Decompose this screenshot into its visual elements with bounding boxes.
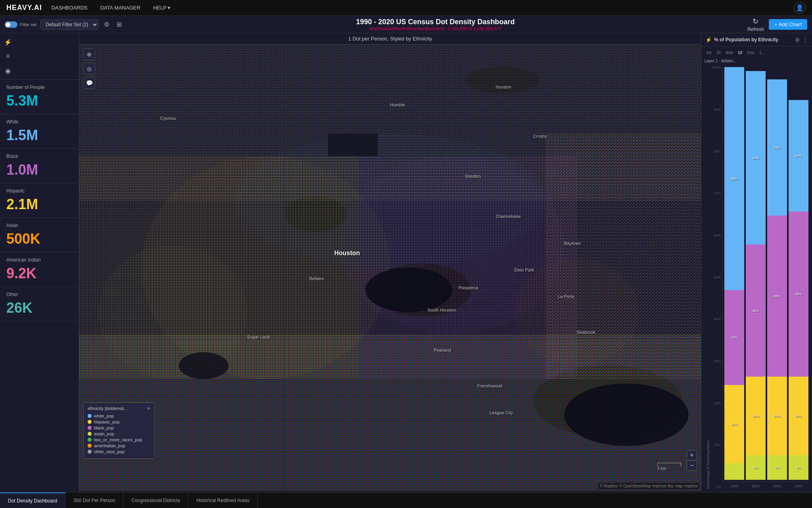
svg-point-31 — [515, 259, 639, 366]
lasso-btn[interactable]: ◎ — [83, 63, 95, 75]
bar-segment: 54% — [724, 67, 744, 290]
map-zoom-controls: + − — [687, 450, 697, 471]
tab-dot-density-dashboard[interactable]: Dot Density Dashboard — [0, 493, 65, 508]
legend-title: ethnicity [dotdensit... — [88, 406, 127, 411]
chart-body: 1m 1h dow 1d 1mo 1... Layer 1 · dotden..… — [701, 46, 812, 492]
bar-group-2020: 6%19%40%27% — [789, 67, 808, 480]
page-subtitle: dotdensitywithbettertimestamponedot3 5,3… — [127, 26, 743, 31]
time-1d[interactable]: 1d — [736, 50, 743, 56]
left-panel: ⚡ ≡ ◉ Number of People 5.3M White 1.5M B… — [0, 33, 79, 492]
legend-items: white_pophispanic_popblack_popasian_popt… — [88, 414, 150, 454]
record-total: 1,166,956,577 — [473, 26, 501, 31]
nav-dashboards[interactable]: DASHBOARDS — [52, 5, 88, 11]
map-controls: ⊕ ◎ 💬 — [83, 48, 95, 89]
legend-close-btn[interactable]: ✕ — [147, 406, 150, 411]
right-panel: ⚡ % of Population by Ethnicity ⚙ ⋮ 1m 1h… — [701, 33, 812, 492]
time-options: 1m 1h dow 1d 1mo 1... — [705, 50, 809, 56]
bar-chart-area: Percentage of Total Population 0%10%20%3… — [705, 65, 809, 489]
time-1m[interactable]: 1m — [705, 50, 713, 56]
refresh-button[interactable]: ↻ Refresh — [747, 17, 764, 32]
stat-card-number-of-people: Number of People 5.3M — [0, 80, 79, 114]
filter-switch[interactable] — [5, 21, 17, 28]
bar-segment: 19% — [767, 377, 787, 455]
nav-data-manager[interactable]: DATA MANAGER — [100, 5, 140, 11]
chart-menu-icon[interactable]: ⋮ — [802, 37, 808, 43]
user-avatar[interactable]: 👤 — [794, 2, 806, 14]
style-panel-icon[interactable]: ◉ — [2, 65, 13, 76]
time-more[interactable]: 1... — [758, 50, 766, 56]
svg-point-32 — [365, 267, 452, 312]
topnav: HEAVY.AI DASHBOARDS DATA MANAGER HELP ▾ … — [0, 0, 812, 16]
filter-icon-btn[interactable]: ⚙ — [102, 19, 111, 30]
bar-group-1990: 19%23%54% — [724, 67, 744, 480]
page-title-area: 1990 - 2020 US Census Dot Density Dashbo… — [127, 18, 743, 31]
chart-layer-label: Layer 1 · dotden... — [705, 59, 809, 63]
tab-300-dot-per-person[interactable]: 300 Dot Per Person — [65, 493, 123, 508]
stat-cards: Number of People 5.3M White 1.5M Black 1… — [0, 80, 79, 492]
svg-point-29 — [235, 134, 546, 267]
bottom-tabs: Dot Density Dashboard300 Dot Per PersonC… — [0, 492, 812, 508]
filter-toggle: Filter set — [5, 21, 36, 28]
time-1mo[interactable]: 1mo — [745, 50, 756, 56]
legend-item: amerindian_pop — [88, 443, 150, 448]
y-axis-ticks: 0%10%20%30%40%50%60%70%80%90%100% — [712, 65, 722, 489]
comment-btn[interactable]: 💬 — [83, 77, 95, 89]
svg-rect-34 — [328, 134, 377, 156]
tab-historical-redlined-areas[interactable]: Historical Redlined Areas — [188, 493, 258, 508]
zoom-in-btn[interactable]: + — [687, 450, 697, 460]
chart-header: ⚡ % of Population by Ethnicity ⚙ ⋮ — [701, 33, 812, 46]
stat-card-hispanic: Hispanic 2.1M — [0, 183, 79, 218]
map-area: 1 Dot per Person, Styled by Ethnicity — [79, 33, 701, 492]
chart-settings-icon[interactable]: ⚙ — [795, 37, 800, 43]
stat-card-american-indian: American Indian 9.2K — [0, 252, 79, 287]
bar-segment: 6% — [746, 455, 766, 480]
legend-popup: ethnicity [dotdensit... ✕ white_pophispa… — [83, 402, 155, 459]
record-total-label: of — [469, 26, 473, 31]
map-visualization — [79, 44, 701, 491]
x-axis: 1990200020102020 — [722, 483, 810, 489]
topnav-right: 👤 — [794, 2, 806, 14]
layout-icon-btn[interactable]: ⊞ — [115, 19, 123, 30]
bar-segment: 42% — [746, 71, 766, 244]
bar-segment: 19% — [746, 377, 766, 455]
bar-group-2000: 6%19%32%42% — [746, 67, 766, 480]
time-dow[interactable]: dow — [724, 50, 734, 56]
page-title: 1990 - 2020 US Census Dot Density Dashbo… — [127, 18, 743, 26]
map-scale: 5 km — [657, 463, 681, 471]
bar-segment: 27% — [789, 100, 808, 212]
filter-panel-icon[interactable]: ⚡ — [2, 37, 13, 48]
map-canvas[interactable]: Houston Cypress Humble Sheldon Crosby Ch… — [79, 44, 701, 491]
panel-icons: ⚡ ≡ ◉ — [0, 33, 79, 80]
bar-segment: 6% — [789, 455, 808, 480]
legend-item: asian_pop — [88, 431, 150, 436]
chart-filter-icon[interactable]: ⚡ — [705, 37, 712, 43]
legend-item: two_or_more_races_pop — [88, 437, 150, 442]
bar-segment: 23% — [724, 290, 744, 385]
bar-segment: 19% — [724, 385, 744, 464]
add-chart-button[interactable]: + Add Chart — [769, 19, 807, 30]
bar-segment: 32% — [746, 244, 766, 377]
legend-item: other_race_pop — [88, 449, 150, 454]
bar-segment: 39% — [767, 216, 787, 377]
nav-help[interactable]: HELP ▾ — [153, 5, 170, 11]
subbar: Filter set Default Filter Set (2) ⚙ ⊞ 19… — [0, 16, 812, 33]
zoom-out-btn[interactable]: − — [687, 460, 697, 471]
time-1h[interactable]: 1h — [715, 50, 722, 56]
bar-segment — [724, 463, 744, 480]
bar-group-2010: 6%19%39%33% — [767, 67, 787, 480]
svg-point-35 — [179, 352, 228, 379]
stat-card-white: White 1.5M — [0, 114, 79, 149]
layers-panel-icon[interactable]: ≡ — [2, 51, 13, 62]
right-actions: ↻ Refresh + Add Chart — [747, 17, 807, 32]
nav-links: DASHBOARDS DATA MANAGER HELP ▾ — [52, 5, 784, 11]
tab-congressional-districts[interactable]: Congressional Districts — [123, 493, 188, 508]
dataset-name: dotdensitywithbettertimestamponedot3 — [370, 26, 444, 31]
stat-card-asian: Asian 500K — [0, 218, 79, 252]
y-axis-label: Percentage of Total Population — [705, 65, 712, 489]
legend-item: hispanic_pop — [88, 419, 150, 424]
stat-card-other: Other 26K — [0, 287, 79, 321]
map-attribution: © Mapbox © OpenStreetMap Improve this ma… — [598, 483, 699, 489]
filter-select[interactable]: Default Filter Set (2) — [40, 19, 98, 30]
compass-btn[interactable]: ⊕ — [83, 48, 95, 60]
bar-segment: 19% — [789, 377, 808, 455]
